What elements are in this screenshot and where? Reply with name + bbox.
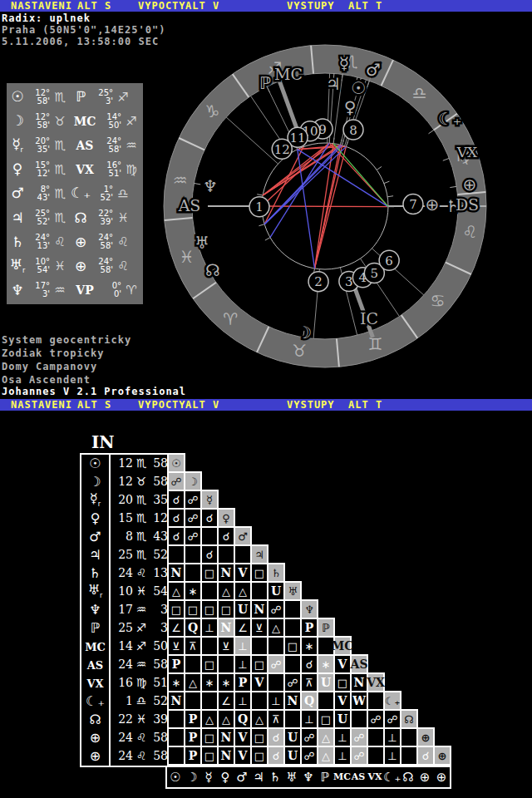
menu-item-top-vystupy[interactable]: VYSTUPY bbox=[287, 0, 335, 12]
footer-glyph-7: ♅ bbox=[283, 767, 300, 787]
uranus-sign: ♓ bbox=[50, 259, 70, 273]
aspect-line-saturn-pluto bbox=[298, 150, 388, 207]
wheel-planet-node: ☊ bbox=[205, 260, 220, 280]
grid-row-moon-sign: ♉ bbox=[133, 475, 150, 488]
sun-glyph: ☉ bbox=[7, 90, 28, 104]
aspect-cell-ascendant-neptune: ☌ bbox=[300, 654, 318, 674]
aspect-cell-fortune-mercury: □ bbox=[200, 727, 219, 747]
aspect-cell-vertex-mc: □ bbox=[333, 672, 352, 692]
aspect-cell-neptune-mercury: □ bbox=[200, 599, 219, 619]
aspect-cell-moon-sun: ☍ bbox=[167, 471, 185, 491]
grid-diagonal-mercury: ☿ bbox=[200, 490, 219, 510]
wheel-planet-vx: VX bbox=[456, 144, 478, 160]
aspect-cell-fortune2-fortune: ☌ bbox=[416, 746, 435, 766]
wheel-planet-uranus: ♅ bbox=[195, 233, 209, 253]
grid-row-glyph-pluto: ℙ bbox=[81, 619, 109, 638]
grid-row-vertex-deg: 16 bbox=[111, 676, 133, 689]
aspect-cell-venus-moon: ☍ bbox=[184, 508, 202, 528]
grid-row-glyph-mars: ♂ bbox=[81, 528, 109, 546]
grid-row-mars-min: 43 bbox=[148, 530, 168, 543]
menu-item-top-alt-t[interactable]: ALT T bbox=[348, 0, 382, 12]
aspect-cell-jupiter-sun bbox=[167, 544, 185, 564]
mercury-position: 20°35' bbox=[28, 137, 50, 154]
aspect-cell-fortune-pluto: △ bbox=[317, 727, 335, 747]
grid-diagonal-lilith: ☾₊ bbox=[383, 691, 401, 711]
menu-item-bottom-alt-v[interactable]: ALT V bbox=[185, 399, 219, 411]
neptune-position: 17°3' bbox=[28, 282, 50, 298]
footer-glyph-8: ♆ bbox=[300, 767, 317, 787]
aspect-cell-fortune2-uranus: U bbox=[283, 746, 302, 766]
grid-row-sun-min: 58 bbox=[148, 456, 168, 470]
vp-sign: ♈ bbox=[121, 283, 141, 298]
menu-item-top-alt-s[interactable]: ALT S bbox=[77, 0, 111, 12]
aspect-cell-fortune-lilith: ⊥ bbox=[383, 727, 401, 747]
aspect-cell-fortune2-neptune: ☍ bbox=[300, 746, 318, 766]
grid-row-pluto-deg: 25 bbox=[111, 621, 133, 634]
svg-text:12: 12 bbox=[274, 142, 290, 157]
grid-row-glyph-sun: ☉ bbox=[81, 455, 109, 473]
aspect-cell-pluto-mercury: ⊥ bbox=[200, 618, 219, 638]
menu-item-bottom-vypocty[interactable]: VYPOCTY bbox=[138, 399, 186, 411]
aspect-cell-lilith-mc: V bbox=[333, 691, 352, 711]
menu-item-bottom-alt-t[interactable]: ALT T bbox=[348, 399, 382, 411]
svg-text:11: 11 bbox=[290, 131, 306, 145]
menu-item-top-nastaveni[interactable]: NASTAVENI bbox=[11, 0, 72, 12]
svg-text:♌: ♌ bbox=[462, 222, 477, 242]
aspect-cell-mars-sun: ☌ bbox=[167, 526, 185, 546]
aspect-cell-mc-uranus: □ bbox=[283, 636, 302, 656]
grid-row-ascendant-deg: 24 bbox=[111, 658, 133, 671]
aspect-cell-fortune2-vertex bbox=[367, 746, 385, 766]
aspect-cell-saturn-sun: N bbox=[167, 563, 185, 583]
grid-row-glyph-mercury: ☿r bbox=[81, 491, 109, 510]
jupiter-sign: ♏ bbox=[50, 210, 70, 225]
mars-position: 8°43' bbox=[28, 185, 50, 202]
position-row-sun: ☉12°58'♏ℙ25°3'♐ bbox=[7, 86, 143, 109]
grid-row-glyph-lilith: ☾₊ bbox=[81, 692, 109, 711]
aspect-line-node-jupiter bbox=[270, 143, 329, 237]
footer-glyph-14: ☊ bbox=[400, 767, 416, 787]
menu-item-bottom-vystupy[interactable]: VYSTUPY bbox=[287, 399, 335, 411]
grid-row-vertex-min: 51 bbox=[148, 676, 168, 689]
mercury-sign: ♏ bbox=[50, 138, 70, 153]
aspect-cell-node-mars: Q bbox=[234, 709, 252, 729]
uranus-position: 10°54' bbox=[28, 258, 50, 274]
aspect-cell-fortune-vertex bbox=[367, 727, 385, 747]
footer-glyph-10: MC bbox=[333, 767, 350, 787]
grid-row-glyph-venus: ♀ bbox=[81, 510, 109, 528]
grid-row-saturn-sign: ♌ bbox=[133, 566, 150, 579]
aspect-cell-ascendant-mars: ⊥ bbox=[234, 654, 252, 674]
grid-row-fortune2-min: 58 bbox=[148, 749, 168, 762]
aspect-cell-vertex-jupiter: V bbox=[250, 672, 268, 692]
grid-row-glyph-vertex: VX bbox=[81, 674, 109, 692]
mc-sign: ♐ bbox=[121, 114, 141, 129]
aspect-cell-ascendant-mc: V bbox=[333, 654, 352, 674]
grid-diagonal-saturn: ♄ bbox=[267, 563, 285, 583]
footer-glyph-5: ♃ bbox=[250, 767, 267, 787]
menu-item-top-vypocty[interactable]: VYPOCTY bbox=[138, 0, 186, 12]
saturn-sign: ♌ bbox=[50, 234, 70, 249]
footer-glyph-6: ♄ bbox=[267, 767, 283, 787]
aspect-cell-pluto-jupiter: ⊻ bbox=[250, 618, 268, 638]
grid-row-mercury-deg: 20 bbox=[111, 493, 133, 506]
aspect-cell-node-neptune: ⊥ bbox=[300, 709, 318, 729]
svg-text:3: 3 bbox=[345, 274, 353, 289]
aspect-line-pluto-mars bbox=[298, 146, 347, 149]
grid-row-lilith-deg: 1 bbox=[111, 694, 133, 707]
svg-text:♉: ♉ bbox=[292, 341, 307, 361]
menu-item-bottom-nastaveni[interactable]: NASTAVENI bbox=[11, 399, 72, 411]
aspect-cell-ascendant-moon bbox=[184, 654, 202, 674]
aspect-cell-fortune-saturn: ☌ bbox=[267, 727, 285, 747]
grid-row-fortune-deg: 24 bbox=[111, 731, 133, 744]
menu-item-bottom-alt-s[interactable]: ALT S bbox=[77, 399, 111, 411]
aspect-cell-node-mc: U bbox=[333, 709, 352, 729]
grid-row-mc-min: 50 bbox=[148, 639, 168, 653]
aspect-line-pluto-sun bbox=[298, 145, 342, 150]
pluto-position: 25°3' bbox=[91, 89, 113, 106]
aspect-cell-neptune-venus: □ bbox=[217, 599, 235, 619]
fortune-sign: ♌ bbox=[113, 234, 133, 249]
grid-row-glyph-node: ☊ bbox=[81, 711, 109, 729]
menu-item-top-alt-v[interactable]: ALT V bbox=[185, 0, 219, 12]
mars-sign: ♏ bbox=[50, 186, 70, 201]
aspect-cell-uranus-sun: △ bbox=[167, 581, 185, 601]
aspect-cell-node-lilith: ☍ bbox=[383, 709, 401, 729]
